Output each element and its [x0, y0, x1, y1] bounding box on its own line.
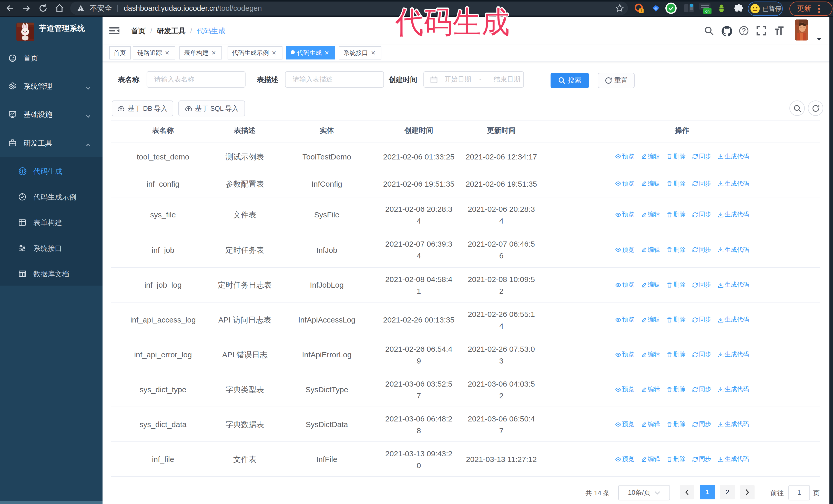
- svg-text:on: on: [705, 9, 710, 13]
- svg-text:1: 1: [640, 8, 643, 13]
